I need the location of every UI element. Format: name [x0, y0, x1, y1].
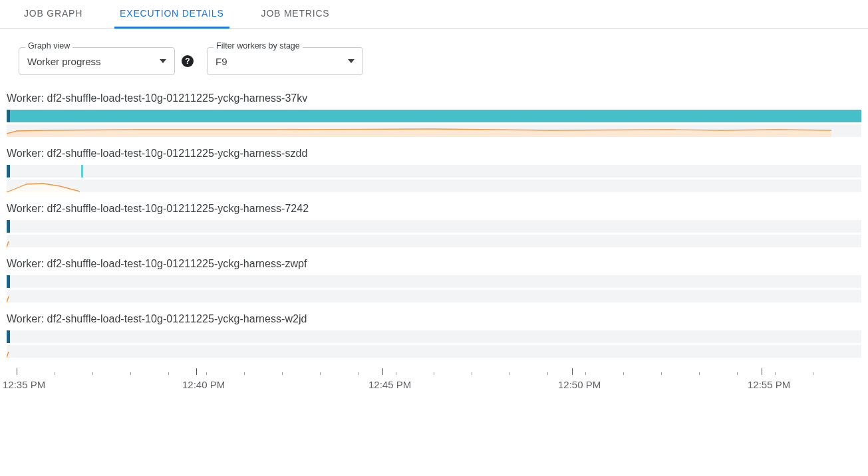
axis-tick-minor: [547, 372, 548, 375]
progress-start-marker: [7, 275, 10, 288]
worker-progress-chart: Worker: df2-shuffle-load-test-10g-012112…: [0, 80, 868, 358]
progress-track[interactable]: [7, 110, 861, 122]
graph-view-select[interactable]: Worker progress: [19, 47, 175, 75]
chevron-down-icon: [160, 59, 166, 63]
progress-track[interactable]: [7, 330, 861, 343]
axis-tick-minor: [509, 372, 510, 375]
tab-execution-details[interactable]: EXECUTION DETAILS: [114, 0, 229, 28]
progress-start-marker: [7, 220, 10, 233]
axis-tick-minor: [92, 372, 93, 375]
worker-row: Worker: df2-shuffle-load-test-10g-012112…: [7, 203, 861, 247]
worker-title: Worker: df2-shuffle-load-test-10g-012112…: [7, 203, 861, 215]
axis-label: 12:50 PM: [558, 379, 601, 390]
axis-tick-major: [572, 368, 573, 375]
progress-start-marker: [7, 165, 10, 178]
filter-stage-field: Filter workers by stage F9: [207, 47, 363, 75]
tab-job-metrics[interactable]: JOB METRICS: [256, 0, 335, 28]
axis-label: 12:35 PM: [3, 379, 45, 390]
filter-stage-value: F9: [216, 56, 227, 67]
axis-tick-minor: [472, 372, 472, 375]
cpu-track[interactable]: [7, 290, 861, 302]
worker-title: Worker: df2-shuffle-load-test-10g-012112…: [7, 313, 861, 325]
tab-job-graph[interactable]: JOB GRAPH: [19, 0, 88, 28]
worker-row: Worker: df2-shuffle-load-test-10g-012112…: [7, 313, 861, 358]
filter-stage-select[interactable]: F9: [207, 47, 363, 75]
axis-tick-minor: [55, 372, 55, 375]
axis-tick-minor: [396, 372, 396, 375]
axis-tick-minor: [813, 372, 813, 375]
progress-marker: [81, 165, 83, 178]
axis-tick-major: [382, 368, 383, 375]
cpu-track[interactable]: [7, 345, 861, 358]
axis-tick-minor: [623, 372, 624, 375]
axis-label: 12:55 PM: [748, 379, 790, 390]
progress-track[interactable]: [7, 220, 861, 233]
axis-tick-minor: [737, 372, 738, 375]
axis-tick-minor: [358, 372, 359, 375]
axis-tick-minor: [661, 372, 662, 375]
worker-title: Worker: df2-shuffle-load-test-10g-012112…: [7, 148, 861, 160]
help-icon[interactable]: ?: [182, 55, 194, 67]
progress-start-marker: [7, 330, 10, 343]
progress-track[interactable]: [7, 165, 861, 178]
filter-stage-label: Filter workers by stage: [214, 41, 303, 51]
graph-view-label: Graph view: [25, 41, 72, 51]
chevron-down-icon: [348, 59, 355, 63]
worker-title: Worker: df2-shuffle-load-test-10g-012112…: [7, 258, 861, 270]
worker-row: Worker: df2-shuffle-load-test-10g-012112…: [7, 148, 861, 192]
axis-tick-minor: [244, 372, 245, 375]
axis-tick-minor: [434, 372, 434, 375]
graph-view-value: Worker progress: [27, 56, 101, 67]
cpu-track[interactable]: [7, 179, 861, 192]
axis-tick-minor: [320, 372, 321, 375]
worker-title: Worker: df2-shuffle-load-test-10g-012112…: [7, 92, 861, 104]
axis-label: 12:45 PM: [368, 379, 411, 390]
axis-tick-major: [762, 368, 762, 375]
worker-row: Worker: df2-shuffle-load-test-10g-012112…: [7, 92, 861, 137]
axis-tick-minor: [699, 372, 700, 375]
cpu-track[interactable]: [7, 235, 861, 247]
worker-row: Worker: df2-shuffle-load-test-10g-012112…: [7, 258, 861, 302]
axis-tick-minor: [282, 372, 283, 375]
axis-tick-minor: [775, 372, 776, 375]
controls-row: Graph view Worker progress ? Filter work…: [0, 29, 868, 80]
axis-tick-minor: [168, 372, 169, 375]
axis-tick-minor: [130, 372, 131, 375]
cpu-track[interactable]: [7, 124, 861, 137]
time-axis: 12:35 PM12:40 PM12:45 PM12:50 PM12:55 PM: [7, 368, 861, 402]
graph-view-field: Graph view Worker progress: [19, 47, 175, 75]
axis-tick-minor: [585, 372, 586, 375]
axis-tick-major: [17, 368, 17, 375]
axis-tick-minor: [206, 372, 207, 375]
progress-fill: [10, 110, 861, 122]
axis-label: 12:40 PM: [182, 379, 225, 390]
progress-track[interactable]: [7, 275, 861, 288]
axis-tick-major: [196, 368, 197, 375]
tabs-bar: JOB GRAPH EXECUTION DETAILS JOB METRICS: [0, 0, 868, 29]
